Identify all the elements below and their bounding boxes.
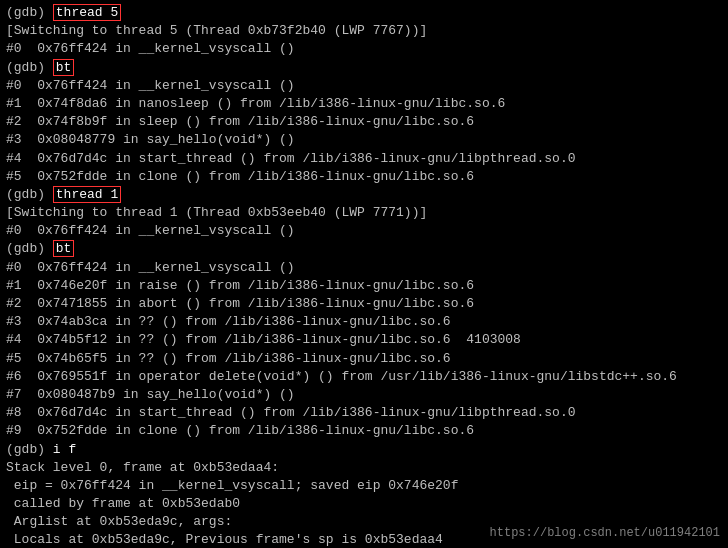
line-16: #1 0x746e20f in raise () from /lib/i386-… xyxy=(6,277,722,295)
cmd-bt1: bt xyxy=(53,59,75,76)
line-17: #2 0x7471855 in abort () from /lib/i386-… xyxy=(6,295,722,313)
line-7: #2 0x74f8b9f in sleep () from /lib/i386-… xyxy=(6,113,722,131)
line-4: (gdb) bt xyxy=(6,59,722,77)
line-12: [Switching to thread 1 (Thread 0xb53eeb4… xyxy=(6,204,722,222)
line-25: (gdb) i f xyxy=(6,441,722,459)
cmd-thread1: thread 1 xyxy=(53,186,121,203)
line-28: called by frame at 0xb53edab0 xyxy=(6,495,722,513)
line-13: #0 0x76ff424 in __kernel_vsyscall () xyxy=(6,222,722,240)
line-2: [Switching to thread 5 (Thread 0xb73f2b4… xyxy=(6,22,722,40)
gdb-prompt-2: (gdb) xyxy=(6,60,53,75)
line-19: #4 0x74b5f12 in ?? () from /lib/i386-lin… xyxy=(6,331,722,349)
cmd-bt2: bt xyxy=(53,240,75,257)
line-20: #5 0x74b65f5 in ?? () from /lib/i386-lin… xyxy=(6,350,722,368)
line-1: (gdb) thread 5 xyxy=(6,4,722,22)
line-15: #0 0x76ff424 in __kernel_vsyscall () xyxy=(6,259,722,277)
gdb-prompt-5: (gdb) xyxy=(6,442,53,457)
line-23: #8 0x76d7d4c in start_thread () from /li… xyxy=(6,404,722,422)
line-24: #9 0x752fdde in clone () from /lib/i386-… xyxy=(6,422,722,440)
cmd-if: i f xyxy=(53,442,76,457)
line-26: Stack level 0, frame at 0xb53edaa4: xyxy=(6,459,722,477)
line-21: #6 0x769551f in operator delete(void*) (… xyxy=(6,368,722,386)
line-11: (gdb) thread 1 xyxy=(6,186,722,204)
gdb-prompt-1: (gdb) xyxy=(6,5,53,20)
gdb-prompt-4: (gdb) xyxy=(6,241,53,256)
line-5: #0 0x76ff424 in __kernel_vsyscall () xyxy=(6,77,722,95)
gdb-prompt-3: (gdb) xyxy=(6,187,53,202)
line-22: #7 0x080487b9 in say_hello(void*) () xyxy=(6,386,722,404)
line-14: (gdb) bt xyxy=(6,240,722,258)
cmd-thread5: thread 5 xyxy=(53,4,121,21)
line-9: #4 0x76d7d4c in start_thread () from /li… xyxy=(6,150,722,168)
line-18: #3 0x74ab3ca in ?? () from /lib/i386-lin… xyxy=(6,313,722,331)
line-8: #3 0x08048779 in say_hello(void*) () xyxy=(6,131,722,149)
line-10: #5 0x752fdde in clone () from /lib/i386-… xyxy=(6,168,722,186)
url-label: https://blog.csdn.net/u011942101 xyxy=(490,525,720,542)
line-27: eip = 0x76ff424 in __kernel_vsyscall; sa… xyxy=(6,477,722,495)
line-6: #1 0x74f8da6 in nanosleep () from /lib/i… xyxy=(6,95,722,113)
line-3: #0 0x76ff424 in __kernel_vsyscall () xyxy=(6,40,722,58)
terminal: (gdb) thread 5 [Switching to thread 5 (T… xyxy=(0,0,728,548)
